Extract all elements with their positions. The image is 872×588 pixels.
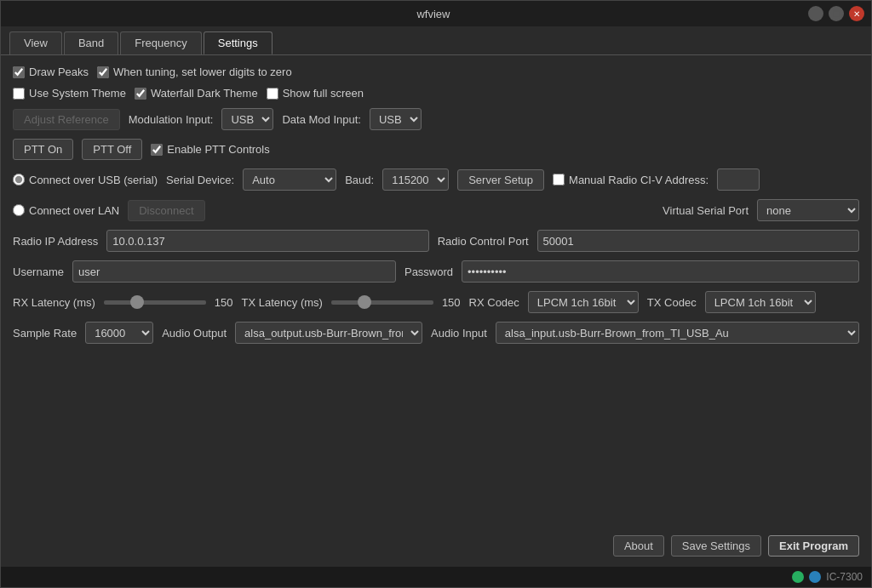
tabs-bar: View Band Frequency Settings bbox=[1, 26, 871, 54]
ptt-off-button[interactable]: PTT Off bbox=[82, 139, 142, 160]
rx-latency-value: 150 bbox=[215, 296, 233, 309]
sample-rate-select[interactable]: 16000 22050 44100 48000 bbox=[85, 322, 153, 344]
data-mod-input-label: Data Mod Input: bbox=[282, 113, 361, 126]
username-input[interactable] bbox=[72, 260, 396, 283]
tab-view[interactable]: View bbox=[9, 31, 62, 54]
close-button[interactable]: ✕ bbox=[849, 6, 864, 21]
modulation-input-label: Modulation Input: bbox=[129, 113, 214, 126]
tab-settings[interactable]: Settings bbox=[204, 31, 272, 54]
radio-ip-label: Radio IP Address bbox=[13, 235, 98, 248]
settings-content: Draw Peaks When tuning, set lower digits… bbox=[1, 54, 871, 567]
minimize-button[interactable]: – bbox=[808, 6, 823, 21]
connect-lan-radio-label[interactable]: Connect over LAN bbox=[13, 204, 119, 217]
row-modulation: Adjust Reference Modulation Input: USB L… bbox=[13, 108, 859, 130]
virtual-serial-port-select[interactable]: none /dev/ttyUSB0 bbox=[757, 199, 859, 221]
server-setup-button[interactable]: Server Setup bbox=[457, 169, 544, 191]
rx-latency-slider[interactable] bbox=[104, 300, 206, 305]
manual-civ-label[interactable]: Manual Radio CI-V Address: bbox=[553, 174, 708, 186]
radio-control-port-label: Radio Control Port bbox=[438, 235, 529, 248]
window-controls: – ❐ ✕ bbox=[808, 6, 864, 21]
when-tuning-checkbox-label[interactable]: When tuning, set lower digits to zero bbox=[97, 66, 292, 78]
radio-ip-input[interactable] bbox=[106, 230, 428, 252]
row-draw-peaks: Draw Peaks When tuning, set lower digits… bbox=[13, 66, 859, 78]
bottom-buttons: About Save Settings Exit Program bbox=[13, 528, 859, 557]
manual-civ-text: Manual Radio CI-V Address: bbox=[569, 174, 708, 186]
adjust-reference-button[interactable]: Adjust Reference bbox=[13, 109, 120, 130]
status-dot-green bbox=[792, 571, 804, 583]
password-input[interactable] bbox=[462, 260, 859, 283]
audio-output-label: Audio Output bbox=[162, 327, 227, 340]
connect-usb-radio-label[interactable]: Connect over USB (serial) bbox=[13, 174, 158, 186]
draw-peaks-checkbox-label[interactable]: Draw Peaks bbox=[13, 66, 89, 78]
when-tuning-checkbox[interactable] bbox=[97, 66, 109, 78]
status-bar: IC-7300 bbox=[1, 567, 871, 587]
device-label: IC-7300 bbox=[826, 571, 863, 583]
data-mod-input-select[interactable]: USB LSB AM FM bbox=[370, 108, 422, 130]
enable-ptt-text: Enable PTT Controls bbox=[167, 143, 269, 156]
exit-program-button[interactable]: Exit Program bbox=[768, 535, 859, 557]
draw-peaks-label: Draw Peaks bbox=[29, 66, 89, 78]
connect-usb-label: Connect over USB (serial) bbox=[29, 174, 158, 186]
window-title: wfview bbox=[59, 8, 808, 20]
disconnect-button[interactable]: Disconnect bbox=[128, 200, 204, 221]
audio-output-select[interactable]: alsa_output.usb-Burr-Brown_from_ bbox=[235, 322, 422, 344]
row-credentials: Username Password bbox=[13, 260, 859, 283]
rx-codec-label: RX Codec bbox=[469, 296, 519, 309]
tab-band[interactable]: Band bbox=[64, 31, 118, 54]
main-window: wfview – ❐ ✕ View Band Frequency Setting… bbox=[0, 0, 872, 588]
enable-ptt-label[interactable]: Enable PTT Controls bbox=[151, 143, 269, 156]
waterfall-dark-checkbox[interactable] bbox=[135, 88, 146, 100]
serial-device-label: Serial Device: bbox=[166, 174, 234, 186]
sample-rate-label: Sample Rate bbox=[13, 327, 77, 340]
baud-label: Baud: bbox=[345, 174, 374, 186]
rx-latency-label: RX Latency (ms) bbox=[13, 296, 95, 309]
serial-device-select[interactable]: Auto /dev/ttyUSB0 /dev/ttyUSB1 bbox=[243, 168, 336, 191]
virtual-serial-port-label: Virtual Serial Port bbox=[663, 204, 749, 217]
show-full-screen-checkbox[interactable] bbox=[267, 88, 278, 100]
use-system-theme-checkbox[interactable] bbox=[13, 88, 25, 100]
tx-latency-value: 150 bbox=[442, 296, 461, 309]
tx-codec-label: TX Codec bbox=[647, 296, 697, 309]
show-full-screen-label[interactable]: Show full screen bbox=[267, 87, 364, 100]
ptt-on-button[interactable]: PTT On bbox=[13, 139, 73, 160]
when-tuning-label: When tuning, set lower digits to zero bbox=[113, 66, 292, 78]
rx-codec-select[interactable]: LPCM 1ch 16bit LPCM 1ch 8bit bbox=[528, 291, 639, 313]
use-system-theme-label[interactable]: Use System Theme bbox=[13, 87, 126, 100]
save-settings-button[interactable]: Save Settings bbox=[671, 535, 761, 557]
title-bar: wfview – ❐ ✕ bbox=[1, 1, 871, 26]
row-latency: RX Latency (ms) 150 TX Latency (ms) 150 … bbox=[13, 291, 859, 313]
row-radio-ip: Radio IP Address Radio Control Port bbox=[13, 230, 859, 252]
about-button[interactable]: About bbox=[613, 535, 664, 557]
status-dot-blue bbox=[809, 571, 821, 583]
modulation-input-select[interactable]: USB LSB AM FM CW bbox=[221, 108, 273, 130]
manual-civ-checkbox[interactable] bbox=[553, 174, 565, 186]
draw-peaks-checkbox[interactable] bbox=[13, 66, 25, 78]
tx-latency-label: TX Latency (ms) bbox=[242, 296, 323, 309]
row-theme: Use System Theme Waterfall Dark Theme Sh… bbox=[13, 87, 859, 100]
password-label: Password bbox=[404, 265, 453, 278]
row-ptt: PTT On PTT Off Enable PTT Controls bbox=[13, 139, 859, 160]
connect-lan-label: Connect over LAN bbox=[29, 204, 119, 217]
connect-usb-radio[interactable] bbox=[13, 174, 25, 186]
row-audio: Sample Rate 16000 22050 44100 48000 Audi… bbox=[13, 322, 859, 344]
show-full-screen-text: Show full screen bbox=[283, 87, 364, 100]
tx-codec-select[interactable]: LPCM 1ch 16bit LPCM 1ch 8bit bbox=[705, 291, 816, 313]
baud-select[interactable]: 9600 19200 38400 57600 115200 bbox=[382, 168, 449, 191]
radio-control-port-input[interactable] bbox=[537, 230, 859, 252]
civ-address-input[interactable] bbox=[717, 168, 760, 191]
row-connect-usb: Connect over USB (serial) Serial Device:… bbox=[13, 168, 859, 191]
use-system-theme-text: Use System Theme bbox=[29, 87, 126, 100]
connect-lan-radio[interactable] bbox=[13, 204, 25, 216]
enable-ptt-checkbox[interactable] bbox=[151, 144, 163, 156]
waterfall-dark-label[interactable]: Waterfall Dark Theme bbox=[135, 87, 258, 100]
audio-input-select[interactable]: alsa_input.usb-Burr-Brown_from_TI_USB_Au bbox=[496, 322, 859, 344]
restore-button[interactable]: ❐ bbox=[829, 6, 844, 21]
audio-input-label: Audio Input bbox=[431, 327, 487, 340]
row-connect-lan: Connect over LAN Disconnect Virtual Seri… bbox=[13, 199, 859, 221]
username-label: Username bbox=[13, 265, 64, 278]
waterfall-dark-text: Waterfall Dark Theme bbox=[151, 87, 258, 100]
tx-latency-slider[interactable] bbox=[331, 300, 433, 305]
tab-frequency[interactable]: Frequency bbox=[120, 31, 201, 54]
